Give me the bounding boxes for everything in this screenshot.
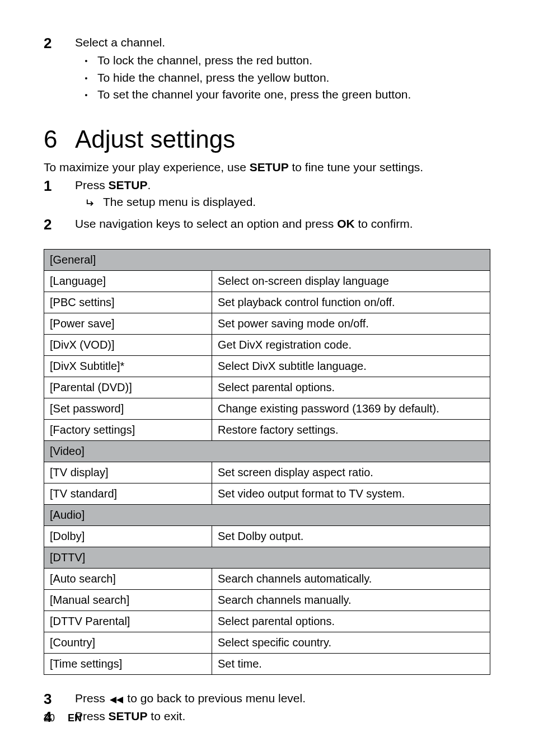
bullet-icon: • <box>75 70 97 84</box>
bullet-text: To lock the channel, press the red butto… <box>97 53 312 68</box>
step-number: 2 <box>44 216 75 233</box>
section-header-cell: [General] <box>44 250 490 271</box>
setting-key: [Time settings] <box>44 654 212 675</box>
chapter-heading: 6 Adjust settings <box>44 123 490 156</box>
table-row: [PBC settins]Set playback control functi… <box>44 292 490 313</box>
bullet-icon: • <box>75 87 97 101</box>
setting-description: Set time. <box>212 654 490 675</box>
setting-description: Select on-screen display language <box>212 271 490 292</box>
setting-description: Search channels automatically. <box>212 569 490 590</box>
setting-description: Select parental options. <box>212 611 490 632</box>
chapter-number: 6 <box>44 123 75 156</box>
step-navigate: 2 Use navigation keys to select an optio… <box>44 216 490 233</box>
setting-key: [PBC settins] <box>44 292 212 313</box>
step-number: 2 <box>44 35 75 51</box>
setting-description: Select DivX subtitle language. <box>212 356 490 377</box>
setting-key: [Power save] <box>44 313 212 335</box>
bullet-text: To hide the channel, press the yellow bu… <box>97 70 329 86</box>
settings-table: [General][Language]Select on-screen disp… <box>44 249 490 675</box>
setting-key: [Dolby] <box>44 526 212 547</box>
bullet-text: To set the channel your favorite one, pr… <box>97 87 411 102</box>
setting-key: [Set password] <box>44 398 212 420</box>
setting-description: Set screen display aspect ratio. <box>212 462 490 483</box>
step-select-channel: 2 Select a channel. • To lock the channe… <box>44 35 490 104</box>
step-body: Select a channel. • To lock the channel,… <box>75 35 490 104</box>
step-body: Use navigation keys to select an option … <box>75 216 490 232</box>
list-item: • To hide the channel, press the yellow … <box>75 70 490 86</box>
section-header-cell: [DTTV] <box>44 547 490 569</box>
chapter-title: Adjust settings <box>75 123 235 156</box>
page-number: 20 <box>44 712 55 724</box>
step-number: 3 <box>44 691 75 707</box>
setting-key: [DTTV Parental] <box>44 611 212 632</box>
table-section-header: [General] <box>44 250 490 271</box>
section-header-cell: [Audio] <box>44 505 490 526</box>
table-row: [Set password]Change existing password (… <box>44 398 490 420</box>
setting-key: [TV display] <box>44 462 212 483</box>
setting-description: Search channels manually. <box>212 590 490 611</box>
setting-description: Select specific country. <box>212 632 490 654</box>
step-body: Press SETUP. The setup menu is displayed… <box>75 177 490 212</box>
setting-description: Restore factory settings. <box>212 420 490 441</box>
table-row: [Manual search]Search channels manually. <box>44 590 490 611</box>
result-text: The setup menu is displayed. <box>103 194 256 210</box>
svg-marker-1 <box>116 697 123 703</box>
intro-paragraph: To maximize your play experience, use SE… <box>44 159 490 175</box>
setting-description: Set playback control function on/off. <box>212 292 490 313</box>
rewind-icon <box>109 692 124 707</box>
language-code: EN <box>68 712 82 724</box>
setting-key: [DivX (VOD)] <box>44 335 212 356</box>
table-row: [Language]Select on-screen display langu… <box>44 271 490 292</box>
arrow-right-icon <box>86 194 103 211</box>
setting-key: [Manual search] <box>44 590 212 611</box>
setting-key: [Factory settings] <box>44 420 212 441</box>
result-line: The setup menu is displayed. <box>86 194 490 211</box>
list-item: • To set the channel your favorite one, … <box>75 87 490 102</box>
setting-key: [DivX Subtitle]* <box>44 356 212 377</box>
step-body: Press SETUP to exit. <box>75 708 490 724</box>
step-exit: 4 Press SETUP to exit. <box>44 708 490 725</box>
bullet-icon: • <box>75 53 97 67</box>
table-row: [Dolby]Set Dolby output. <box>44 526 490 547</box>
table-row: [Country]Select specific country. <box>44 632 490 654</box>
setting-key: [Parental (DVD)] <box>44 377 212 398</box>
table-row: [Parental (DVD)]Select parental options. <box>44 377 490 398</box>
setting-key: [Language] <box>44 271 212 292</box>
list-item: • To lock the channel, press the red but… <box>75 53 490 68</box>
table-row: [Time settings]Set time. <box>44 654 490 675</box>
table-section-header: [DTTV] <box>44 547 490 569</box>
step-body: Press to go back to previous menu level. <box>75 691 490 707</box>
setting-description: Set Dolby output. <box>212 526 490 547</box>
sub-bullet-list: • To lock the channel, press the red but… <box>75 53 490 102</box>
setting-description: Get DivX registration code. <box>212 335 490 356</box>
section-header-cell: [Video] <box>44 441 490 462</box>
table-row: [DivX (VOD)]Get DivX registration code. <box>44 335 490 356</box>
table-section-header: [Audio] <box>44 505 490 526</box>
step-number: 1 <box>44 177 75 194</box>
table-row: [DTTV Parental]Select parental options. <box>44 611 490 632</box>
setting-key: [Country] <box>44 632 212 654</box>
setting-description: Set video output format to TV system. <box>212 483 490 505</box>
setting-description: Select parental options. <box>212 377 490 398</box>
table-row: [Power save]Set power saving mode on/off… <box>44 313 490 335</box>
table-row: [TV display]Set screen display aspect ra… <box>44 462 490 483</box>
table-row: [DivX Subtitle]*Select DivX subtitle lan… <box>44 356 490 377</box>
table-row: [Factory settings]Restore factory settin… <box>44 420 490 441</box>
svg-marker-0 <box>110 697 116 703</box>
setting-description: Set power saving mode on/off. <box>212 313 490 335</box>
setting-key: [TV standard] <box>44 483 212 505</box>
table-row: [Auto search]Search channels automatical… <box>44 569 490 590</box>
page-footer: 20 EN <box>44 711 82 725</box>
step-press-setup: 1 Press SETUP. The setup menu is display… <box>44 177 490 212</box>
setting-description: Change existing password (1369 by defaul… <box>212 398 490 420</box>
step-go-back: 3 Press to go back to previous menu leve… <box>44 691 490 707</box>
step-text: Select a channel. <box>75 36 165 49</box>
table-section-header: [Video] <box>44 441 490 462</box>
setting-key: [Auto search] <box>44 569 212 590</box>
table-row: [TV standard]Set video output format to … <box>44 483 490 505</box>
